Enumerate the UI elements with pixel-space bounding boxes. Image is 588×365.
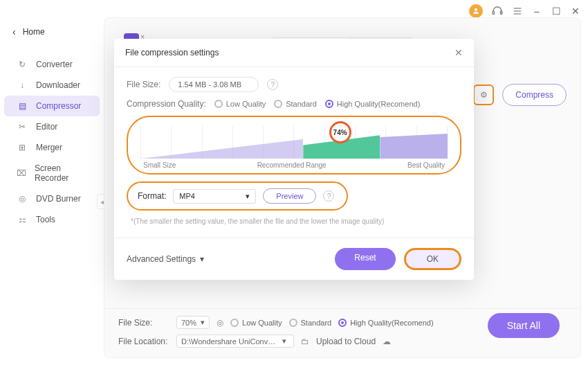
home-nav[interactable]: ‹ Home (0, 21, 104, 43)
sidebar-item-label: Editor (36, 122, 57, 132)
sidebar-item-label: DVD Burner (36, 194, 81, 204)
help-icon[interactable]: ? (267, 79, 278, 90)
radio-icon (338, 319, 347, 327)
merger-icon: ⊞ (17, 143, 28, 152)
sidebar-item-editor[interactable]: ✂Editor (4, 116, 100, 137)
slider-label-mid: Recommended Range (257, 161, 327, 169)
slider-range-best (380, 134, 448, 159)
quality-low-option[interactable]: Low Quality (214, 100, 266, 108)
quality-label: Compression Quality: (127, 99, 206, 109)
ok-button[interactable]: OK (404, 248, 461, 270)
radio-label-text: Low Quality (242, 319, 282, 327)
compressor-icon: ▤ (17, 101, 28, 111)
bottom-file-size-value: 70% (181, 319, 196, 327)
bottom-quality-high[interactable]: High Quality(Recomend) (338, 319, 433, 327)
recorder-icon: ⌧ (17, 168, 26, 178)
reset-button[interactable]: Reset (335, 248, 395, 270)
settings-square-button[interactable]: ⚙ (473, 84, 494, 105)
sidebar-item-label: Downloader (36, 80, 80, 90)
format-value: MP4 (179, 192, 195, 200)
compression-settings-modal: File compression settings ✕ File Size: 1… (114, 39, 474, 280)
menu-icon[interactable] (512, 6, 523, 17)
converter-icon: ↻ (17, 60, 28, 69)
folder-icon[interactable]: 🗀 (301, 337, 309, 346)
file-location-select[interactable]: D:\Wondershare UniConverter 1▾ (176, 335, 294, 348)
sidebar: ‹ Home ↻Converter ↓Downloader ▤Compresso… (0, 0, 104, 365)
compress-button[interactable]: Compress (502, 84, 567, 106)
chevron-down-icon: ▾ (200, 254, 204, 264)
quality-high-option[interactable]: High Quality(Recomend) (325, 100, 420, 108)
slider-thumb[interactable]: 74% (329, 121, 351, 143)
advanced-settings-toggle[interactable]: Advanced Settings ▾ (127, 254, 204, 264)
sidebar-item-label: Tools (36, 215, 55, 224)
radio-icon (214, 100, 223, 108)
slider-label-left: Small Size (143, 161, 176, 169)
file-location-label: File Location: (118, 337, 169, 346)
chevron-down-icon: ▾ (282, 337, 286, 346)
preview-button[interactable]: Preview (263, 188, 316, 204)
sidebar-item-label: Merger (36, 143, 62, 152)
sidebar-item-compressor[interactable]: ▤Compressor (4, 96, 100, 116)
modal-header: File compression settings ✕ (114, 39, 474, 67)
file-location-value: D:\Wondershare UniConverter 1 (181, 337, 278, 346)
bottom-quality-low[interactable]: Low Quality (230, 319, 282, 327)
sidebar-item-converter[interactable]: ↻Converter (4, 54, 100, 75)
dvd-icon: ◎ (17, 194, 28, 204)
editor-icon: ✂ (17, 122, 28, 132)
radio-icon (325, 100, 333, 108)
hint-text: *(The smaller the setting value, the sma… (127, 217, 461, 231)
maximize-button[interactable]: ☐ (551, 6, 562, 17)
sidebar-item-downloader[interactable]: ↓Downloader (4, 75, 100, 96)
radio-label-text: Standard (286, 100, 317, 108)
sidebar-items: ↻Converter ↓Downloader ▤Compressor ✂Edit… (0, 54, 104, 230)
bottom-file-size-label: File Size: (118, 318, 169, 328)
radio-label-text: Low Quality (226, 100, 266, 108)
sidebar-item-label: Converter (36, 60, 73, 69)
chevron-down-icon: ▾ (201, 318, 205, 327)
home-label: Home (23, 27, 45, 37)
bottom-quality-standard[interactable]: Standard (289, 319, 332, 327)
bottom-bar: File Size: 70%▾ ◎ Low Quality Standard H… (104, 308, 580, 357)
tools-icon: ⚏ (17, 215, 28, 224)
format-select[interactable]: MP4▾ (173, 189, 256, 204)
svg-rect-1 (493, 11, 494, 15)
sidebar-item-tools[interactable]: ⚏Tools (4, 209, 100, 230)
upload-cloud-label: Upload to Cloud (316, 337, 376, 346)
radio-icon (274, 100, 282, 108)
svg-point-0 (475, 8, 477, 11)
file-size-input[interactable]: 1.54 MB - 3.08 MB (169, 77, 259, 92)
quality-slider-container: 74% Small Size Recommended Range Best Qu… (127, 116, 461, 175)
radio-label-text: High Quality(Recomend) (337, 100, 420, 108)
close-window-button[interactable]: ✕ (570, 6, 581, 17)
support-icon[interactable] (491, 5, 504, 17)
format-label: Format: (138, 191, 166, 201)
help-icon[interactable]: ? (323, 190, 334, 202)
quality-slider[interactable]: 74% (140, 125, 448, 159)
modal-close-button[interactable]: ✕ (454, 47, 463, 58)
user-avatar-icon[interactable] (469, 4, 483, 18)
bottom-file-size-select[interactable]: 70%▾ (176, 316, 210, 329)
radio-label-text: Standard (301, 319, 332, 327)
file-size-label: File Size: (127, 80, 160, 89)
sidebar-item-dvd-burner[interactable]: ◎DVD Burner (4, 188, 100, 209)
side-controls: ⚙ Compress (473, 84, 567, 106)
sidebar-item-merger[interactable]: ⊞Merger (4, 137, 100, 158)
downloader-icon: ↓ (17, 80, 28, 90)
back-chevron-icon: ‹ (12, 26, 16, 37)
slider-label-right: Best Quality (407, 161, 445, 169)
sidebar-item-label: Screen Recorder (35, 163, 87, 183)
quality-standard-option[interactable]: Standard (274, 100, 317, 108)
radio-icon (289, 319, 297, 327)
radio-icon (230, 319, 239, 327)
cloud-icon[interactable]: ☁ (383, 337, 391, 346)
minimize-button[interactable]: – (531, 6, 542, 17)
radio-label-text: High Quality(Recomend) (350, 319, 433, 327)
modal-title: File compression settings (125, 48, 219, 57)
modal-footer: Advanced Settings ▾ Reset OK (114, 238, 474, 280)
target-icon[interactable]: ◎ (217, 318, 223, 328)
format-row: Format: MP4▾ Preview ? (127, 181, 348, 211)
sidebar-item-label: Compressor (36, 101, 81, 111)
chevron-down-icon: ▾ (246, 192, 250, 201)
advanced-label: Advanced Settings (127, 254, 196, 264)
sidebar-item-screen-recorder[interactable]: ⌧Screen Recorder (4, 158, 100, 188)
